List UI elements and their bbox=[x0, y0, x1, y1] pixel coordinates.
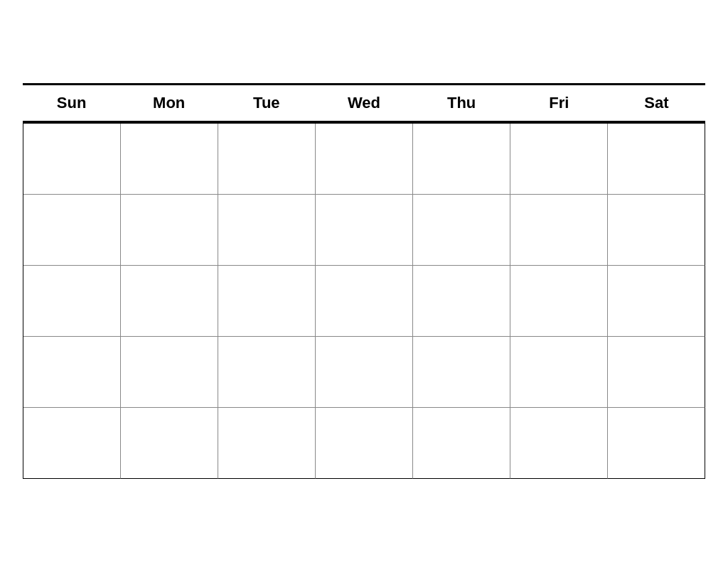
calendar-cell[interactable] bbox=[413, 337, 510, 408]
calendar-cell[interactable] bbox=[413, 195, 510, 266]
calendar-cell[interactable] bbox=[121, 266, 218, 337]
calendar-cell[interactable] bbox=[413, 408, 510, 479]
calendar-cell[interactable] bbox=[23, 266, 121, 337]
day-header-sun: Sun bbox=[23, 85, 120, 121]
calendar-cell[interactable] bbox=[316, 195, 413, 266]
calendar-cell[interactable] bbox=[218, 337, 316, 408]
calendar-container: Sun Mon Tue Wed Thu Fri Sat bbox=[23, 83, 705, 479]
day-header-tue: Tue bbox=[218, 85, 315, 121]
day-header-mon: Mon bbox=[120, 85, 218, 121]
day-header-sat: Sat bbox=[608, 85, 705, 121]
calendar-grid bbox=[23, 123, 705, 479]
calendar-cell[interactable] bbox=[608, 195, 705, 266]
calendar-cell[interactable] bbox=[218, 266, 316, 337]
calendar-cell[interactable] bbox=[121, 124, 218, 195]
calendar-cell[interactable] bbox=[23, 124, 121, 195]
calendar-cell[interactable] bbox=[608, 337, 705, 408]
calendar-cell[interactable] bbox=[316, 337, 413, 408]
day-header-fri: Fri bbox=[510, 85, 608, 121]
calendar-header: Sun Mon Tue Wed Thu Fri Sat bbox=[23, 83, 705, 123]
calendar-cell[interactable] bbox=[218, 124, 316, 195]
calendar-cell[interactable] bbox=[121, 337, 218, 408]
calendar-cell[interactable] bbox=[218, 195, 316, 266]
calendar-cell[interactable] bbox=[608, 124, 705, 195]
calendar-cell[interactable] bbox=[218, 408, 316, 479]
calendar-cell[interactable] bbox=[121, 195, 218, 266]
calendar-cell[interactable] bbox=[510, 337, 608, 408]
day-header-thu: Thu bbox=[413, 85, 510, 121]
calendar-cell[interactable] bbox=[510, 266, 608, 337]
calendar-cell[interactable] bbox=[608, 408, 705, 479]
calendar-cell[interactable] bbox=[608, 266, 705, 337]
calendar-cell[interactable] bbox=[23, 337, 121, 408]
calendar-cell[interactable] bbox=[510, 195, 608, 266]
calendar-cell[interactable] bbox=[316, 266, 413, 337]
day-header-wed: Wed bbox=[315, 85, 412, 121]
calendar-cell[interactable] bbox=[23, 408, 121, 479]
calendar-cell[interactable] bbox=[510, 408, 608, 479]
calendar-cell[interactable] bbox=[510, 124, 608, 195]
calendar-cell[interactable] bbox=[121, 408, 218, 479]
calendar-cell[interactable] bbox=[413, 266, 510, 337]
calendar-cell[interactable] bbox=[316, 124, 413, 195]
calendar-cell[interactable] bbox=[23, 195, 121, 266]
calendar-cell[interactable] bbox=[413, 124, 510, 195]
calendar-cell[interactable] bbox=[316, 408, 413, 479]
